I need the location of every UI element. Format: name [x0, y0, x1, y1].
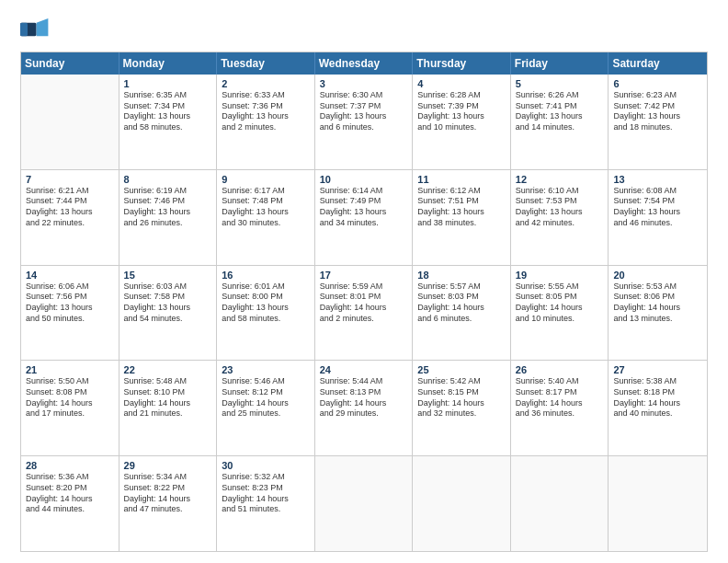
header-day-monday: Monday — [119, 52, 218, 75]
day-cell-23: 23Sunrise: 5:46 AMSunset: 8:12 PMDayligh… — [217, 361, 315, 455]
cell-info-line: Sunset: 8:08 PM — [26, 387, 114, 398]
cell-info-line: Sunrise: 6:19 AM — [124, 186, 212, 197]
day-cell-4: 4Sunrise: 6:28 AMSunset: 7:39 PMDaylight… — [413, 75, 511, 169]
cell-info-line: Daylight: 14 hours — [124, 494, 212, 505]
cell-info-line: Daylight: 14 hours — [516, 303, 604, 314]
cell-info-line: Sunrise: 5:36 AM — [26, 472, 114, 483]
calendar-header: SundayMondayTuesdayWednesdayThursdayFrid… — [21, 52, 707, 75]
day-number: 5 — [516, 78, 604, 89]
cell-info-line: and 10 minutes. — [516, 314, 604, 325]
day-number: 3 — [320, 78, 408, 89]
day-cell-26: 26Sunrise: 5:40 AMSunset: 8:17 PMDayligh… — [511, 361, 609, 455]
cell-info-line: and 29 minutes. — [320, 408, 408, 419]
header-day-thursday: Thursday — [413, 52, 511, 75]
cell-info-line: Sunrise: 5:50 AM — [26, 376, 114, 387]
cell-info-line: Sunrise: 5:32 AM — [222, 472, 310, 483]
cell-info-line: Daylight: 13 hours — [222, 303, 310, 314]
cell-info-line: and 2 minutes. — [222, 122, 310, 133]
cell-info-line: and 51 minutes. — [222, 504, 310, 515]
cell-info-line: Daylight: 13 hours — [417, 111, 506, 122]
day-number: 23 — [222, 364, 310, 375]
cell-info-line: Sunrise: 5:55 AM — [516, 282, 604, 293]
header-day-wednesday: Wednesday — [315, 52, 414, 75]
cell-info-line: Sunset: 8:20 PM — [26, 483, 114, 494]
empty-cell-4-4 — [413, 456, 511, 551]
calendar-body: 1Sunrise: 6:35 AMSunset: 7:34 PMDaylight… — [21, 75, 707, 551]
week-row-5: 28Sunrise: 5:36 AMSunset: 8:20 PMDayligh… — [21, 456, 707, 551]
day-cell-19: 19Sunrise: 5:55 AMSunset: 8:05 PMDayligh… — [511, 266, 609, 361]
empty-cell-4-5 — [511, 456, 609, 551]
day-cell-6: 6Sunrise: 6:23 AMSunset: 7:42 PMDaylight… — [609, 75, 707, 169]
cell-info-line: and 32 minutes. — [417, 408, 506, 419]
cell-info-line: Daylight: 13 hours — [26, 303, 114, 314]
cell-info-line: Daylight: 14 hours — [417, 398, 506, 409]
cell-info-line: Daylight: 13 hours — [417, 207, 506, 218]
day-number: 1 — [124, 78, 212, 89]
cell-info-line: and 50 minutes. — [26, 314, 114, 325]
cell-info-line: Sunrise: 6:14 AM — [320, 186, 408, 197]
cell-info-line: Sunrise: 5:57 AM — [417, 282, 506, 293]
cell-info-line: and 30 minutes. — [222, 218, 310, 229]
cell-info-line: and 34 minutes. — [320, 218, 408, 229]
cell-info-line: and 2 minutes. — [320, 314, 408, 325]
day-number: 2 — [222, 78, 310, 89]
cell-info-line: Sunrise: 6:12 AM — [417, 186, 506, 197]
day-cell-22: 22Sunrise: 5:48 AMSunset: 8:10 PMDayligh… — [119, 361, 218, 455]
cell-info-line: Daylight: 13 hours — [222, 207, 310, 218]
cell-info-line: and 54 minutes. — [124, 314, 212, 325]
week-row-1: 1Sunrise: 6:35 AMSunset: 7:34 PMDaylight… — [21, 75, 707, 170]
day-cell-14: 14Sunrise: 6:06 AMSunset: 7:56 PMDayligh… — [21, 266, 119, 361]
cell-info-line: Sunrise: 6:01 AM — [222, 282, 310, 293]
header-day-friday: Friday — [511, 52, 609, 75]
cell-info-line: Daylight: 14 hours — [26, 398, 114, 409]
day-cell-1: 1Sunrise: 6:35 AMSunset: 7:34 PMDaylight… — [119, 75, 218, 169]
cell-info-line: and 6 minutes. — [320, 122, 408, 133]
day-number: 11 — [417, 174, 506, 185]
day-number: 19 — [516, 270, 604, 281]
cell-info-line: Sunset: 7:44 PM — [26, 196, 114, 207]
cell-info-line: Sunset: 7:53 PM — [516, 196, 604, 207]
header-day-saturday: Saturday — [609, 52, 707, 75]
cell-info-line: Daylight: 13 hours — [124, 303, 212, 314]
cell-info-line: Sunset: 8:03 PM — [417, 292, 506, 303]
day-cell-12: 12Sunrise: 6:10 AMSunset: 7:53 PMDayligh… — [511, 170, 609, 265]
cell-info-line: Sunset: 8:10 PM — [124, 387, 212, 398]
header-day-sunday: Sunday — [21, 52, 119, 75]
day-number: 29 — [124, 460, 212, 471]
cell-info-line: Sunrise: 5:40 AM — [516, 376, 604, 387]
logo-icon — [20, 17, 50, 42]
cell-info-line: Sunset: 8:12 PM — [222, 387, 310, 398]
cell-info-line: and 38 minutes. — [417, 218, 506, 229]
cell-info-line: Sunset: 8:17 PM — [516, 387, 604, 398]
day-cell-27: 27Sunrise: 5:38 AMSunset: 8:18 PMDayligh… — [609, 361, 707, 455]
cell-info-line: and 42 minutes. — [516, 218, 604, 229]
day-number: 12 — [516, 174, 604, 185]
cell-info-line: Sunrise: 6:23 AM — [613, 90, 702, 101]
cell-info-line: Daylight: 14 hours — [320, 303, 408, 314]
day-cell-16: 16Sunrise: 6:01 AMSunset: 8:00 PMDayligh… — [217, 266, 315, 361]
day-number: 27 — [613, 364, 702, 375]
day-cell-13: 13Sunrise: 6:08 AMSunset: 7:54 PMDayligh… — [609, 170, 707, 265]
cell-info-line: Daylight: 14 hours — [222, 494, 310, 505]
cell-info-line: Sunset: 7:56 PM — [26, 292, 114, 303]
cell-info-line: Sunset: 8:00 PM — [222, 292, 310, 303]
day-cell-8: 8Sunrise: 6:19 AMSunset: 7:46 PMDaylight… — [119, 170, 218, 265]
cell-info-line: Sunrise: 5:46 AM — [222, 376, 310, 387]
cell-info-line: Sunrise: 6:33 AM — [222, 90, 310, 101]
cell-info-line: and 26 minutes. — [124, 218, 212, 229]
cell-info-line: Daylight: 13 hours — [613, 111, 702, 122]
cell-info-line: Daylight: 14 hours — [516, 398, 604, 409]
cell-info-line: Sunset: 7:36 PM — [222, 101, 310, 112]
cell-info-line: and 18 minutes. — [613, 122, 702, 133]
cell-info-line: Daylight: 13 hours — [124, 207, 212, 218]
day-cell-20: 20Sunrise: 5:53 AMSunset: 8:06 PMDayligh… — [609, 266, 707, 361]
calendar: SundayMondayTuesdayWednesdayThursdayFrid… — [20, 52, 708, 552]
cell-info-line: Sunrise: 5:59 AM — [320, 282, 408, 293]
cell-info-line: Sunset: 7:54 PM — [613, 196, 702, 207]
svg-rect-1 — [20, 23, 28, 36]
day-number: 17 — [320, 270, 408, 281]
day-cell-28: 28Sunrise: 5:36 AMSunset: 8:20 PMDayligh… — [21, 456, 119, 551]
day-cell-5: 5Sunrise: 6:26 AMSunset: 7:41 PMDaylight… — [511, 75, 609, 169]
cell-info-line: Sunset: 8:01 PM — [320, 292, 408, 303]
cell-info-line: Sunrise: 6:28 AM — [417, 90, 506, 101]
